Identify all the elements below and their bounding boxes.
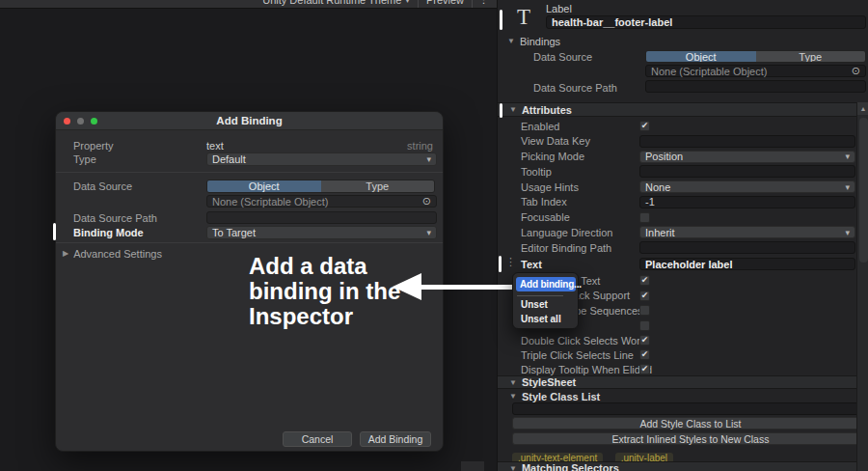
checkbox-checked[interactable]: ✔ — [639, 275, 650, 286]
data-source-row: Data Source Object Type — [73, 180, 435, 193]
extract-inlined-styles-button[interactable]: Extract Inlined Styles to New Class — [512, 432, 868, 445]
row-highlight-marker — [500, 103, 502, 118]
binding-mode-label: Binding Mode — [73, 227, 206, 238]
property-value: text — [206, 140, 224, 152]
property-type: string — [407, 140, 435, 152]
checkbox-checked[interactable]: ✔ — [639, 291, 650, 301]
type-row: Type Default ▾ — [73, 152, 435, 166]
screenshot-root: Unity Default Runtime Theme ▾ Preview ⋮ … — [0, 0, 868, 471]
close-window-button[interactable] — [64, 118, 70, 125]
row-highlight-marker — [499, 256, 502, 272]
chevron-down-icon: ▾ — [426, 228, 431, 237]
binding-mode-row: Binding Mode To Target ▾ — [73, 226, 435, 239]
checkbox-unchecked[interactable] — [639, 305, 650, 316]
dialog-titlebar[interactable]: Add Binding — [56, 112, 443, 130]
text-field[interactable] — [639, 165, 855, 178]
background-fragment — [461, 461, 484, 471]
checkbox-checked[interactable]: ✔ — [639, 364, 650, 374]
style-class-list-foldout[interactable]: ▼ Style Class List — [509, 390, 600, 402]
bindings-data-source-tabs: Object Type — [645, 50, 866, 63]
attr-row-enabled: Enabled ✔ — [498, 120, 856, 132]
attr-row-focusable: Focusable — [498, 211, 856, 224]
property-label: Property — [73, 140, 206, 152]
foldout-closed-icon: ▶ — [63, 249, 68, 258]
data-source-path-field[interactable] — [206, 211, 437, 224]
advanced-settings-foldout[interactable]: ▶ Advanced Settings — [63, 247, 162, 260]
attributes-section-header[interactable]: ▼ Attributes — [498, 102, 868, 117]
text-field[interactable] — [639, 241, 855, 254]
attr-row-double-click-selects-word: Double Click Selects Word ✔ — [498, 334, 856, 346]
divider — [56, 242, 443, 243]
theme-dropdown[interactable]: Unity Default Runtime Theme ▾ — [255, 0, 418, 6]
object-reference-value: None (Scriptable Object) — [212, 196, 328, 208]
text-value-field[interactable]: Placeholder label — [639, 258, 855, 270]
cancel-button[interactable]: Cancel — [283, 431, 352, 447]
inspector-panel: T Label health-bar__footer-label ▼ Bindi… — [497, 0, 868, 471]
chevron-down-icon: ▾ — [405, 0, 410, 5]
attr-row-text: Text Placeholder label — [498, 258, 856, 270]
preview-button-label: Preview — [426, 0, 464, 6]
annotation-arrow-line — [420, 285, 514, 290]
element-type-label: Label — [546, 3, 572, 14]
chevron-down-icon: ▾ — [845, 182, 850, 192]
checkbox-unchecked[interactable] — [639, 212, 650, 223]
menu-item-add-binding[interactable]: Add binding... — [516, 277, 576, 291]
attr-row-editor-binding-path: Editor Binding Path — [498, 241, 856, 254]
checkbox-checked[interactable]: ✔ — [639, 349, 650, 360]
object-reference-field[interactable]: None (Scriptable Object) ⊙ — [206, 195, 437, 208]
checkbox-unchecked[interactable] — [639, 320, 650, 331]
add-binding-button[interactable]: Add Binding — [360, 431, 431, 447]
picking-mode-dropdown[interactable]: Position ▾ — [639, 151, 855, 163]
attr-row-usage-hints: Usage Hints None ▾ — [498, 180, 856, 193]
type-label: Type — [73, 153, 206, 165]
foldout-open-icon: ▼ — [509, 105, 517, 114]
dialog-title: Add Binding — [216, 115, 282, 126]
data-source-label: Data Source — [73, 180, 206, 192]
data-source-tabs: Object Type — [206, 180, 435, 193]
binding-context-menu: Add binding... Unset Unset all — [512, 272, 579, 329]
maximize-window-button[interactable] — [91, 118, 97, 125]
language-direction-dropdown[interactable]: Inherit ▾ — [639, 226, 855, 238]
type-dropdown-value: Default — [212, 153, 246, 165]
tab-object[interactable]: Object — [207, 180, 321, 192]
stylesheet-section-header[interactable]: ▼ StyleSheet — [498, 375, 868, 389]
tab-type[interactable]: Type — [756, 51, 866, 62]
binding-mode-dropdown[interactable]: To Target ▾ — [206, 226, 437, 239]
bindings-foldout[interactable]: ▼ Bindings — [507, 35, 560, 47]
attr-row-triple-click-selects-line: Triple Click Selects Line ✔ — [498, 348, 856, 361]
preview-button[interactable]: Preview — [419, 0, 472, 6]
text-field[interactable] — [639, 135, 855, 148]
type-dropdown[interactable]: Default ▾ — [206, 152, 437, 166]
add-style-class-button[interactable]: Add Style Class to List — [512, 417, 868, 429]
drag-handle-icon[interactable]: ⋮ — [505, 257, 516, 267]
menu-item-unset[interactable]: Unset — [521, 299, 548, 310]
foldout-open-icon: ▼ — [509, 378, 517, 387]
advanced-settings-label: Advanced Settings — [73, 248, 162, 260]
usage-hints-dropdown[interactable]: None ▾ — [639, 180, 855, 193]
foldout-open-icon: ▼ — [509, 392, 517, 401]
menu-item-unset-all[interactable]: Unset all — [521, 314, 561, 324]
tab-index-field[interactable]: -1 — [639, 196, 855, 208]
matching-selectors-section-header[interactable]: ▼ Matching Selectors — [498, 461, 868, 471]
annotation-text: Add a data binding in the Inspector — [249, 254, 400, 329]
bindings-object-field[interactable]: None (Scriptable Object) ⊙ — [645, 65, 866, 77]
scroll-up-icon[interactable]: ▲ — [857, 102, 868, 115]
tab-object[interactable]: Object — [646, 51, 756, 62]
object-reference-row: None (Scriptable Object) ⊙ — [73, 195, 435, 208]
object-picker-icon[interactable]: ⊙ — [852, 66, 860, 76]
scrollbar-handle[interactable] — [859, 118, 868, 263]
viewport-toolbar: Unity Default Runtime Theme ▾ Preview ⋮ — [0, 0, 497, 9]
kebab-menu-icon[interactable]: ⋮ — [473, 0, 495, 6]
checkbox-checked[interactable]: ✔ — [639, 335, 650, 346]
element-name-field[interactable]: health-bar__footer-label — [546, 15, 866, 29]
data-source-path-row: Data Source Path — [73, 211, 435, 224]
object-picker-icon[interactable]: ⊙ — [422, 196, 431, 207]
bindings-data-source-path-field[interactable] — [645, 80, 866, 93]
minimize-window-button[interactable] — [77, 118, 84, 125]
label-element-icon: T — [511, 4, 536, 31]
checkbox-checked[interactable]: ✔ — [639, 121, 650, 131]
style-class-input[interactable] — [512, 402, 868, 415]
bindings-data-source-label: Data Source — [533, 51, 592, 63]
inspector-scrollbar[interactable]: ▲ — [856, 102, 868, 471]
tab-type[interactable]: Type — [321, 180, 435, 192]
